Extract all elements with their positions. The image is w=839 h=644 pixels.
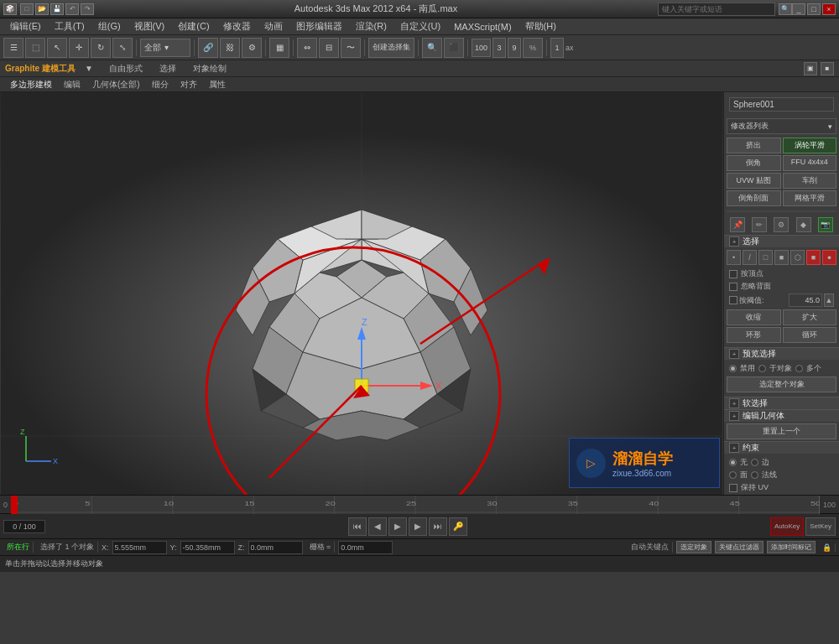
backface-checkbox[interactable] [729, 283, 737, 291]
loop-btn[interactable]: 循环 [783, 327, 837, 343]
freeform-item[interactable]: 自由形式 [102, 62, 149, 75]
rotate-btn[interactable]: ↻ [91, 38, 111, 58]
search-input[interactable] [658, 3, 775, 16]
select-btn[interactable]: ↖ [47, 38, 67, 58]
select-item[interactable]: 选择 [153, 62, 183, 75]
editable-poly-item[interactable]: 可编辑多边形 [727, 211, 836, 212]
menu-graph-editor[interactable]: 图形编辑器 [289, 18, 349, 34]
camera-icon[interactable]: 📷 [818, 217, 833, 232]
auto-key-btn[interactable]: AutoKey [770, 517, 804, 536]
layer-btn[interactable]: ▦ [269, 38, 289, 58]
graphite-btn2[interactable]: ■ [821, 62, 834, 75]
num1-btn[interactable]: 3 [492, 38, 506, 58]
radio-none[interactable] [729, 365, 737, 372]
ring-btn[interactable]: 环形 [727, 327, 781, 343]
border-icon[interactable]: □ [758, 250, 773, 265]
curve-btn[interactable]: 〜 [341, 38, 361, 58]
select-all-btn[interactable]: 选定整个对象 [727, 377, 836, 392]
bevel-outline-btn[interactable]: 倒角剖面 [727, 190, 781, 206]
config-icon[interactable]: ⚙ [774, 217, 789, 232]
frame-counter[interactable] [3, 520, 45, 533]
open-icon[interactable]: 📂 [35, 3, 49, 15]
shrink-btn[interactable]: 收缩 [727, 309, 781, 325]
threshold-checkbox[interactable] [729, 296, 737, 304]
link-btn[interactable]: 🔗 [198, 38, 218, 58]
edit-geom-expand-btn[interactable]: + [729, 411, 739, 421]
pin-icon[interactable]: 📌 [730, 217, 745, 232]
sel-icon-red2[interactable]: ● [822, 250, 836, 265]
zoom-btn[interactable]: 🔍 [422, 38, 442, 58]
reset-last-btn[interactable]: 重置上一个 [727, 423, 836, 439]
menu-modifiers[interactable]: 修改器 [216, 18, 258, 34]
timeline-playhead[interactable] [11, 496, 18, 514]
prev-frame-btn[interactable]: ◀ [368, 517, 387, 536]
properties-item[interactable]: 属性 [204, 78, 231, 91]
poly-icon[interactable]: ■ [774, 250, 789, 265]
menu-maxscript[interactable]: MAXScript(M) [447, 20, 518, 34]
soft-sel-expand-btn[interactable]: + [729, 398, 739, 408]
next-frame-btn[interactable]: ▶ [409, 517, 427, 536]
mirror-btn[interactable]: ⇔ [297, 38, 317, 58]
geometry-all-item[interactable]: 几何体(全部) [87, 78, 145, 91]
viewport[interactable]: + □ 正交 □ 真实 + 边面 □ 前 [0, 92, 723, 495]
set-key-btn[interactable]: SetKey [805, 517, 836, 536]
grid-input[interactable] [338, 541, 393, 554]
play-btn[interactable]: ▶ [388, 517, 407, 536]
edit-item[interactable]: 编辑 [59, 78, 86, 91]
num2-btn[interactable]: 9 [508, 38, 521, 58]
edit-geom-header[interactable]: + 编辑几何体 [724, 409, 839, 422]
extrude-btn[interactable]: 挤出 [727, 138, 781, 153]
edge-icon[interactable]: / [743, 250, 757, 265]
threshold-input[interactable] [789, 293, 822, 307]
menu-edit[interactable]: 编辑(E) [3, 18, 48, 34]
diamond-icon[interactable]: ◆ [796, 217, 811, 232]
preview-expand-btn[interactable]: + [729, 349, 739, 359]
menu-customize[interactable]: 自定义(U) [393, 18, 447, 34]
char1-btn[interactable]: 1 [550, 38, 564, 58]
redo-icon[interactable]: ↷ [81, 3, 94, 15]
object-paint-item[interactable]: 对象绘制 [186, 62, 233, 75]
preserve-uv-checkbox[interactable] [729, 484, 737, 492]
vertex-checkbox[interactable] [729, 270, 737, 278]
align-btn[interactable]: ⊟ [319, 38, 339, 58]
timeline-track[interactable]: 0 5 10 15 20 25 30 35 40 45 50 [11, 496, 820, 514]
menu-view[interactable]: 视图(V) [128, 18, 172, 34]
window-btn[interactable]: ⬛ [444, 38, 464, 58]
threshold-spinner-icon[interactable]: ▲ [824, 293, 834, 307]
subdivide-item[interactable]: 细分 [147, 78, 174, 91]
select-region-btn[interactable]: ⬚ [25, 38, 45, 58]
goto-start-btn[interactable]: ⏮ [348, 517, 367, 536]
sel-icon-red1[interactable]: ■ [806, 250, 821, 265]
preview-sel-header[interactable]: + 预览选择 [724, 347, 839, 360]
modifier-list-dropdown[interactable]: 修改器列表 ▾ [727, 118, 836, 134]
set-key-filter-btn[interactable]: 选定对象 [676, 541, 711, 553]
element-icon[interactable]: ⬡ [790, 250, 805, 265]
selection-header[interactable]: + 选择 [724, 235, 839, 247]
select-object-btn[interactable]: ☰ [3, 38, 23, 58]
menu-render[interactable]: 渲染(R) [349, 18, 393, 34]
save-icon[interactable]: 💾 [50, 3, 64, 15]
select-all-dropdown[interactable]: 全部 ▾ [140, 39, 190, 57]
menu-tools[interactable]: 工具(T) [48, 18, 91, 34]
menu-help[interactable]: 帮助(H) [519, 18, 563, 34]
ffd-btn[interactable]: FFU 4x4x4 [783, 155, 837, 171]
close-button[interactable]: × [822, 3, 836, 15]
maximize-button[interactable]: □ [807, 3, 821, 15]
soft-sel-header[interactable]: + 软选择 [724, 397, 839, 409]
object-name-input[interactable] [729, 97, 834, 112]
edit-icon[interactable]: ✏ [752, 217, 767, 232]
goto-end-btn[interactable]: ⏭ [429, 517, 447, 536]
grow-btn[interactable]: 扩大 [783, 309, 837, 325]
x-input[interactable] [112, 541, 167, 554]
uvw-btn[interactable]: UVW 贴图 [727, 173, 781, 189]
radio-none-c[interactable] [729, 459, 737, 466]
selection-expand-btn[interactable]: + [729, 236, 739, 247]
align-item[interactable]: 对齐 [175, 78, 202, 91]
graphite-btn1[interactable]: ▣ [804, 62, 817, 75]
menu-animation[interactable]: 动画 [258, 18, 289, 34]
constraints-expand-btn[interactable]: + [729, 443, 739, 453]
shell-btn[interactable]: 车削 [783, 173, 837, 189]
radio-sub[interactable] [758, 365, 766, 372]
radio-normal-c[interactable] [751, 471, 758, 479]
menu-group[interactable]: 组(G) [91, 18, 128, 34]
